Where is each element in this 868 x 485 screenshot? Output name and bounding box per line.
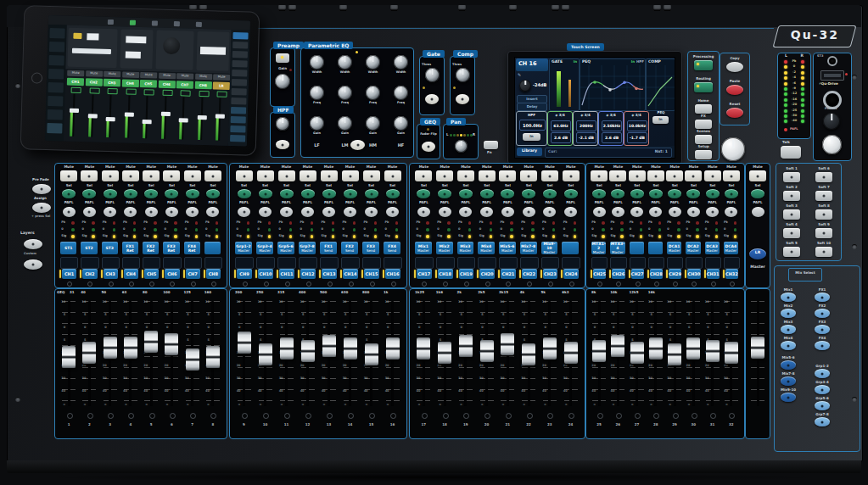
- sel-button[interactable]: [686, 189, 700, 198]
- mute-button[interactable]: [609, 170, 626, 181]
- ipad-channel-tag[interactable]: CH2: [85, 78, 102, 86]
- mute-button[interactable]: [647, 170, 664, 181]
- layer-bottom-label[interactable]: CH13: [322, 269, 337, 279]
- layer-bottom-label[interactable]: CH4: [124, 269, 138, 279]
- mix-grp5-6-button[interactable]: [815, 401, 830, 410]
- ipad-strip-ch1[interactable]: MuteCH1: [65, 70, 84, 142]
- sel-button[interactable]: [611, 189, 624, 198]
- layer-top-label[interactable]: DCA2Master: [686, 242, 700, 254]
- peq-knob-HM-Width[interactable]: [366, 55, 380, 70]
- layer-top-label[interactable]: FX2 Ret: [143, 242, 159, 254]
- scribble-strip[interactable]: [184, 257, 202, 269]
- mix-fx2-button[interactable]: [815, 309, 830, 318]
- scribble-strip[interactable]: [143, 257, 160, 269]
- layer-bottom-label[interactable]: CH32: [725, 269, 738, 279]
- layer-down-button[interactable]: [24, 259, 42, 270]
- layer-top-label[interactable]: [562, 242, 579, 254]
- layer-bottom-label[interactable]: CH16: [385, 269, 400, 279]
- ipad-mute-button[interactable]: Mute: [176, 73, 193, 80]
- layer-bottom-label[interactable]: CH22: [522, 269, 537, 279]
- mix-mix1-button[interactable]: [781, 293, 796, 302]
- mix-mix2-button[interactable]: [781, 309, 796, 318]
- ipad-mix-button[interactable]: [230, 125, 245, 132]
- ipad-mute-button[interactable]: Mute: [195, 74, 212, 81]
- ipad-mute-button[interactable]: Mute: [86, 70, 103, 77]
- ipad-channel-tag[interactable]: CH7: [176, 81, 193, 89]
- ipad-toolbar-icon[interactable]: [196, 22, 202, 27]
- mute-button[interactable]: [384, 170, 401, 181]
- pafl-button[interactable]: [145, 207, 158, 217]
- mute-button[interactable]: [278, 170, 295, 181]
- peq-knob-LM-Freq[interactable]: [338, 86, 352, 100]
- layer-bottom-label[interactable]: CH27: [631, 269, 644, 279]
- pafl-button[interactable]: [649, 207, 662, 217]
- pafl-button[interactable]: [386, 207, 399, 217]
- mute-button[interactable]: [479, 170, 496, 181]
- layer-bottom-label[interactable]: CH8: [206, 269, 221, 279]
- screen-hpf-box[interactable]: HPF 100.0Hz In: [516, 111, 547, 146]
- sel-button[interactable]: [630, 189, 644, 198]
- ipad-mute-button[interactable]: Mute: [140, 72, 157, 79]
- pafl-button[interactable]: [104, 207, 116, 217]
- scribble-strip[interactable]: [591, 257, 608, 269]
- sel-button[interactable]: [206, 189, 220, 198]
- pafl-button[interactable]: [543, 207, 556, 217]
- pafl-button[interactable]: [206, 207, 219, 217]
- fn-button[interactable]: [484, 141, 498, 149]
- mute-button[interactable]: [257, 170, 274, 181]
- mix-mix3-button[interactable]: [781, 325, 796, 334]
- ipad-channel-tag[interactable]: CH6: [158, 81, 175, 89]
- fader-handle[interactable]: [104, 337, 117, 359]
- scribble-strip[interactable]: [163, 257, 181, 269]
- fader-handle[interactable]: [459, 335, 473, 357]
- softkey-7-button[interactable]: [815, 191, 832, 201]
- peq-knob-HF-Freq[interactable]: [394, 86, 408, 100]
- scribble-strip[interactable]: [256, 257, 275, 269]
- layer-bottom-label[interactable]: CH14: [343, 269, 358, 279]
- scribble-strip[interactable]: [686, 257, 702, 269]
- ipad-sidebar-item[interactable]: [48, 69, 64, 79]
- mute-button[interactable]: [704, 170, 721, 181]
- pafl-button[interactable]: [523, 207, 535, 217]
- ipad-strip-ch6[interactable]: MuteCH6: [156, 72, 175, 145]
- layer-bottom-label[interactable]: CH26: [612, 269, 624, 279]
- mute-button[interactable]: [204, 170, 221, 181]
- ipad-fader-cap[interactable]: [216, 114, 225, 118]
- routing-button[interactable]: [694, 82, 713, 92]
- mute-button[interactable]: [363, 170, 380, 181]
- sel-button[interactable]: [186, 189, 199, 198]
- layer-top-label[interactable]: DCA3Master: [705, 242, 720, 254]
- fader-handle[interactable]: [564, 342, 578, 364]
- ipad-mute-button[interactable]: Mute: [104, 71, 120, 78]
- scribble-strip[interactable]: [724, 257, 740, 269]
- softkey-2-button[interactable]: [783, 191, 800, 201]
- scribble-strip[interactable]: [541, 257, 560, 269]
- ipad-home-button[interactable]: [31, 72, 42, 83]
- master-mute-button[interactable]: [749, 170, 766, 181]
- ipad-mix-button[interactable]: [232, 70, 247, 76]
- band-gain-value[interactable]: -1.7 dB: [627, 132, 647, 143]
- layer-top-label[interactable]: ST3: [102, 242, 118, 254]
- scribble-strip[interactable]: [204, 257, 222, 269]
- layer-top-label[interactable]: Grp7-8Master: [299, 242, 316, 254]
- fader-handle[interactable]: [501, 333, 514, 355]
- mute-button[interactable]: [499, 170, 516, 181]
- sel-button[interactable]: [438, 189, 451, 198]
- ipad-sidebar-item[interactable]: [48, 55, 64, 65]
- pafl-button[interactable]: [322, 207, 335, 217]
- mute-button[interactable]: [541, 170, 558, 181]
- fader-handle[interactable]: [144, 331, 158, 353]
- layer-bottom-label[interactable]: CH20: [479, 269, 495, 279]
- scribble-strip[interactable]: [299, 257, 317, 269]
- ipad-mix-button[interactable]: [232, 51, 248, 58]
- scribble-strip[interactable]: [60, 257, 78, 269]
- sel-button[interactable]: [62, 189, 76, 198]
- scribble-strip[interactable]: [667, 257, 683, 269]
- layer-bottom-label[interactable]: CH15: [364, 269, 379, 279]
- ipad-processing-block[interactable]: [67, 28, 117, 69]
- fader-handle[interactable]: [630, 342, 644, 364]
- setup-button[interactable]: [695, 150, 712, 159]
- ipad-sidebar-item[interactable]: [48, 96, 63, 106]
- mute-button[interactable]: [184, 170, 201, 181]
- sel-button[interactable]: [668, 189, 681, 198]
